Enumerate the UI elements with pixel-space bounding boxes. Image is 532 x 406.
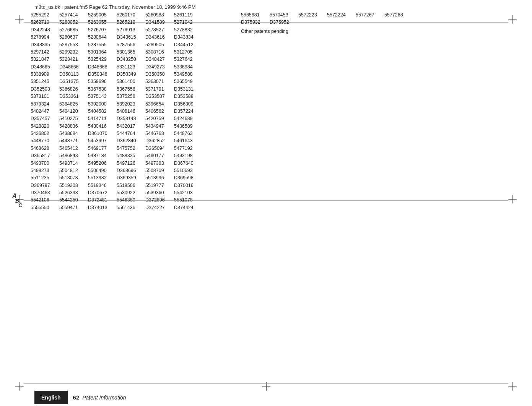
- patent-number: D342248: [31, 26, 59, 34]
- patent-number: 5404120: [59, 108, 88, 115]
- patent-number: D341589: [145, 19, 174, 26]
- patent-number: 5420759: [145, 115, 174, 122]
- table-row: D365817548684354871845488335549017754931…: [31, 152, 203, 159]
- patent-number: 5384825: [59, 101, 88, 108]
- patent-number: 5338909: [31, 71, 59, 78]
- patent-number: 5555550: [31, 204, 59, 211]
- patent-number: 5493714: [59, 160, 88, 167]
- patent-number: 5276685: [59, 26, 88, 34]
- patent-number: 5410275: [59, 115, 88, 122]
- table-row: 55555505559471D3740135561436D374227D3744…: [31, 204, 203, 211]
- patent-number: 5278832: [174, 26, 203, 34]
- patent-number: 5265219: [117, 19, 145, 26]
- patent-number: 5278994: [31, 34, 59, 41]
- patent-number: 5493198: [174, 152, 203, 159]
- patent-number: D350350: [145, 71, 174, 78]
- table-row: 54937005493714549520654971265497383D3676…: [31, 160, 203, 167]
- table-row: D3525035366826536753853675585371791D3531…: [31, 86, 203, 93]
- patent-number: D368696: [117, 167, 145, 174]
- patent-number: 5504812: [59, 167, 88, 174]
- patent-number: 5530922: [117, 189, 145, 197]
- patent-number: 5280644: [88, 34, 117, 41]
- patent-number: D353587: [145, 93, 174, 100]
- patent-number: 5497126: [117, 160, 145, 167]
- patent-number: 5404582: [88, 108, 117, 115]
- patent-number: D367640: [174, 160, 203, 167]
- patent-number: 5577268: [384, 11, 413, 19]
- patent-number: 5257414: [59, 11, 88, 19]
- patent-number: 5448763: [174, 130, 203, 137]
- patent-number: 5432017: [117, 123, 145, 130]
- patent-number: 5436802: [31, 130, 59, 137]
- patent-number: 5327642: [174, 56, 203, 63]
- patent-number: D348665: [31, 63, 59, 71]
- patent-number: 5506490: [88, 167, 117, 174]
- patent-number: D362852: [145, 137, 174, 145]
- patent-number: 5276913: [117, 26, 145, 34]
- patent-number: 5519346: [88, 182, 117, 189]
- table-row: 5565881557045355722235572224557726755772…: [241, 11, 413, 19]
- table-row: D342248527668552767075276913527852752788…: [31, 26, 203, 34]
- patent-number: D350349: [117, 71, 145, 78]
- patent-number: D369598: [174, 174, 203, 182]
- patent-number: 5436589: [174, 123, 203, 130]
- patent-number: 5280637: [59, 34, 88, 41]
- table-row: D3438355287553528755552875565289505D3445…: [31, 41, 203, 49]
- patent-number: 5513078: [59, 174, 88, 182]
- patent-number: 5375258: [117, 93, 145, 100]
- patent-number: 5379324: [31, 101, 59, 108]
- patent-number: 5490177: [145, 152, 174, 159]
- patent-number: 5428820: [31, 123, 59, 130]
- table-row: D3697975519303551934655195065519777D3700…: [31, 182, 203, 189]
- patent-number: 5446763: [145, 130, 174, 137]
- patent-number: 5349588: [174, 71, 203, 78]
- patent-number: 5406146: [117, 108, 145, 115]
- patent-number: 5465412: [59, 145, 88, 152]
- patent-number: D343835: [31, 41, 59, 49]
- patent-number: 5477192: [174, 145, 203, 152]
- patent-number: D343834: [174, 34, 203, 41]
- patent-number: D372481: [88, 197, 117, 204]
- patent-number: 5546380: [117, 197, 145, 204]
- patent-number: 5263052: [59, 19, 88, 26]
- patent-number: 5308716: [145, 49, 174, 56]
- patent-number: D370016: [174, 182, 203, 189]
- table-row: 549927355048125506490D368696550870955106…: [31, 167, 203, 174]
- patent-number: 5260170: [117, 11, 145, 19]
- patent-number: 5365549: [174, 78, 203, 85]
- patent-number: D351375: [59, 78, 88, 85]
- patent-number: 5392000: [88, 101, 117, 108]
- patent-number: 5260988: [145, 11, 174, 19]
- table-row: 53793245384825539200053920235396654D3563…: [31, 101, 203, 108]
- patent-number: D357457: [31, 115, 59, 122]
- patent-number: 5577267: [356, 11, 384, 19]
- patent-number: 5263055: [88, 19, 117, 26]
- patent-number: 5430416: [88, 123, 117, 130]
- patent-number: 5486843: [59, 152, 88, 159]
- table-row: 54024475404120540458254061465406562D3572…: [31, 108, 203, 115]
- table-row: 5255292525741452590055260170526098852611…: [31, 11, 203, 19]
- patent-number: D365817: [31, 152, 59, 159]
- patent-number: 5287553: [59, 41, 88, 49]
- patent-number: 5392023: [117, 101, 145, 108]
- patent-number: D370672: [88, 189, 117, 197]
- patent-number: 5312705: [174, 49, 203, 56]
- patent-number: D353131: [174, 86, 203, 93]
- patent-number: 5255292: [31, 11, 59, 19]
- table-row: D35745754102755414711D358148542075954246…: [31, 115, 203, 122]
- patent-number: 5513382: [88, 174, 117, 182]
- patent-number: D362840: [117, 137, 145, 145]
- crosshair-top-right: [508, 15, 517, 24]
- patent-number: 5297142: [31, 49, 59, 56]
- patent-number: 5363071: [145, 78, 174, 85]
- patent-number: 5559471: [59, 204, 88, 211]
- patent-number: 5499273: [31, 167, 59, 174]
- patent-number: 5572223: [298, 11, 327, 19]
- patent-number: D365094: [145, 145, 174, 152]
- patent-number: 5406562: [145, 108, 174, 115]
- table-row: D3704635526398D3706725530922553936055421…: [31, 189, 203, 197]
- patent-number: D372896: [145, 197, 174, 204]
- patent-number: 5542106: [31, 197, 59, 204]
- patent-number: D353588: [174, 93, 203, 100]
- patent-number: D348427: [145, 56, 174, 63]
